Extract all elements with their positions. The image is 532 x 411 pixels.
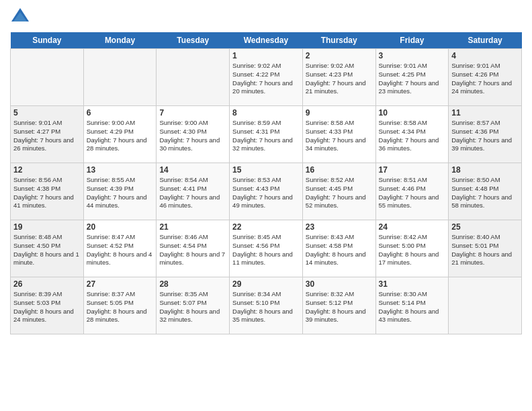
calendar-cell: 8Sunrise: 8:59 AMSunset: 4:31 PMDaylight… xyxy=(230,106,303,163)
calendar-cell: 17Sunrise: 8:51 AMSunset: 4:46 PMDayligh… xyxy=(375,163,449,220)
date-number: 15 xyxy=(232,165,300,175)
date-number: 20 xyxy=(87,222,154,232)
calendar-cell: 3Sunrise: 9:01 AMSunset: 4:25 PMDaylight… xyxy=(375,49,449,106)
date-number: 29 xyxy=(232,279,300,289)
cell-info: Sunrise: 8:43 AMSunset: 4:58 PMDaylight:… xyxy=(306,233,373,267)
cell-info: Sunrise: 9:01 AMSunset: 4:27 PMDaylight:… xyxy=(13,119,81,153)
cell-info: Sunrise: 8:47 AMSunset: 4:52 PMDaylight:… xyxy=(87,233,154,267)
date-number: 7 xyxy=(159,108,226,118)
calendar-cell: 28Sunrise: 8:35 AMSunset: 5:07 PMDayligh… xyxy=(157,277,230,334)
date-number: 23 xyxy=(306,222,373,232)
calendar-cell: 4Sunrise: 9:01 AMSunset: 4:26 PMDaylight… xyxy=(449,49,522,106)
date-number: 17 xyxy=(379,165,446,175)
cell-info: Sunrise: 9:01 AMSunset: 4:25 PMDaylight:… xyxy=(379,62,446,96)
calendar-cell: 20Sunrise: 8:47 AMSunset: 4:52 PMDayligh… xyxy=(83,220,157,277)
cell-info: Sunrise: 9:02 AMSunset: 4:22 PMDaylight:… xyxy=(232,62,300,96)
cell-info: Sunrise: 8:40 AMSunset: 5:01 PMDaylight:… xyxy=(451,233,519,267)
day-header-monday: Monday xyxy=(83,32,157,49)
calendar-cell: 30Sunrise: 8:32 AMSunset: 5:12 PMDayligh… xyxy=(302,277,375,334)
week-row-2: 5Sunrise: 9:01 AMSunset: 4:27 PMDaylight… xyxy=(11,106,522,163)
cell-info: Sunrise: 9:02 AMSunset: 4:23 PMDaylight:… xyxy=(306,62,373,96)
date-number: 4 xyxy=(451,51,519,60)
calendar-cell: 15Sunrise: 8:53 AMSunset: 4:43 PMDayligh… xyxy=(230,163,303,220)
date-number: 28 xyxy=(159,279,226,289)
cell-info: Sunrise: 8:48 AMSunset: 4:50 PMDaylight:… xyxy=(13,233,81,267)
calendar-cell: 31Sunrise: 8:30 AMSunset: 5:14 PMDayligh… xyxy=(375,277,449,334)
week-row-3: 12Sunrise: 8:56 AMSunset: 4:38 PMDayligh… xyxy=(11,163,522,220)
calendar-cell: 7Sunrise: 9:00 AMSunset: 4:30 PMDaylight… xyxy=(157,106,230,163)
calendar-cell: 10Sunrise: 8:58 AMSunset: 4:34 PMDayligh… xyxy=(375,106,449,163)
day-header-sunday: Sunday xyxy=(11,32,84,49)
calendar-table: SundayMondayTuesdayWednesdayThursdayFrid… xyxy=(10,32,522,334)
calendar-cell xyxy=(83,49,157,106)
date-number: 26 xyxy=(13,279,81,289)
date-number: 14 xyxy=(159,165,226,175)
cell-info: Sunrise: 8:51 AMSunset: 4:46 PMDaylight:… xyxy=(379,176,446,210)
date-number: 8 xyxy=(232,108,300,118)
calendar-cell: 23Sunrise: 8:43 AMSunset: 4:58 PMDayligh… xyxy=(302,220,375,277)
cell-info: Sunrise: 8:55 AMSunset: 4:39 PMDaylight:… xyxy=(87,176,154,210)
calendar-cell: 13Sunrise: 8:55 AMSunset: 4:39 PMDayligh… xyxy=(83,163,157,220)
cell-info: Sunrise: 9:00 AMSunset: 4:30 PMDaylight:… xyxy=(159,119,226,153)
date-number: 19 xyxy=(13,222,81,232)
calendar-cell: 11Sunrise: 8:57 AMSunset: 4:36 PMDayligh… xyxy=(449,106,522,163)
cell-info: Sunrise: 8:37 AMSunset: 5:05 PMDaylight:… xyxy=(87,290,154,324)
cell-info: Sunrise: 8:30 AMSunset: 5:14 PMDaylight:… xyxy=(379,290,446,324)
calendar-cell: 29Sunrise: 8:34 AMSunset: 5:10 PMDayligh… xyxy=(230,277,303,334)
week-row-4: 19Sunrise: 8:48 AMSunset: 4:50 PMDayligh… xyxy=(11,220,522,277)
cell-info: Sunrise: 8:54 AMSunset: 4:41 PMDaylight:… xyxy=(159,176,226,210)
day-header-saturday: Saturday xyxy=(449,32,522,49)
date-number: 3 xyxy=(379,51,446,60)
calendar-cell: 27Sunrise: 8:37 AMSunset: 5:05 PMDayligh… xyxy=(83,277,157,334)
date-number: 10 xyxy=(379,108,446,118)
calendar-cell: 16Sunrise: 8:52 AMSunset: 4:45 PMDayligh… xyxy=(302,163,375,220)
calendar-cell xyxy=(449,277,522,334)
date-number: 27 xyxy=(87,279,154,289)
calendar-cell: 19Sunrise: 8:48 AMSunset: 4:50 PMDayligh… xyxy=(11,220,84,277)
calendar-cell: 25Sunrise: 8:40 AMSunset: 5:01 PMDayligh… xyxy=(449,220,522,277)
cell-info: Sunrise: 8:52 AMSunset: 4:45 PMDaylight:… xyxy=(306,176,373,210)
date-number: 16 xyxy=(306,165,373,175)
date-number: 2 xyxy=(306,51,373,60)
cell-info: Sunrise: 8:53 AMSunset: 4:43 PMDaylight:… xyxy=(232,176,300,210)
calendar-cell xyxy=(11,49,84,106)
cell-info: Sunrise: 8:39 AMSunset: 5:03 PMDaylight:… xyxy=(13,290,81,324)
date-number: 22 xyxy=(232,222,300,232)
cell-info: Sunrise: 8:32 AMSunset: 5:12 PMDaylight:… xyxy=(306,290,373,324)
logo-icon xyxy=(10,7,30,27)
calendar-cell: 2Sunrise: 9:02 AMSunset: 4:23 PMDaylight… xyxy=(302,49,375,106)
calendar-cell: 12Sunrise: 8:56 AMSunset: 4:38 PMDayligh… xyxy=(11,163,84,220)
calendar-cell: 9Sunrise: 8:58 AMSunset: 4:33 PMDaylight… xyxy=(302,106,375,163)
cell-info: Sunrise: 8:59 AMSunset: 4:31 PMDaylight:… xyxy=(232,119,300,153)
week-row-1: 1Sunrise: 9:02 AMSunset: 4:22 PMDaylight… xyxy=(11,49,522,106)
calendar-page: SundayMondayTuesdayWednesdayThursdayFrid… xyxy=(0,0,532,411)
cell-info: Sunrise: 8:56 AMSunset: 4:38 PMDaylight:… xyxy=(13,176,81,210)
day-header-thursday: Thursday xyxy=(302,32,375,49)
cell-info: Sunrise: 9:00 AMSunset: 4:29 PMDaylight:… xyxy=(87,119,154,153)
date-number: 1 xyxy=(232,51,300,60)
header xyxy=(10,7,522,27)
date-number: 13 xyxy=(87,165,154,175)
date-number: 30 xyxy=(306,279,373,289)
date-number: 24 xyxy=(379,222,446,232)
date-number: 21 xyxy=(159,222,226,232)
day-header-tuesday: Tuesday xyxy=(157,32,230,49)
cell-info: Sunrise: 8:58 AMSunset: 4:33 PMDaylight:… xyxy=(306,119,373,153)
cell-info: Sunrise: 8:42 AMSunset: 5:00 PMDaylight:… xyxy=(379,233,446,267)
date-number: 12 xyxy=(13,165,81,175)
cell-info: Sunrise: 8:58 AMSunset: 4:34 PMDaylight:… xyxy=(379,119,446,153)
cell-info: Sunrise: 8:46 AMSunset: 4:54 PMDaylight:… xyxy=(159,233,226,267)
day-header-friday: Friday xyxy=(375,32,449,49)
logo xyxy=(10,7,33,27)
date-number: 6 xyxy=(87,108,154,118)
day-header-wednesday: Wednesday xyxy=(230,32,303,49)
calendar-cell: 18Sunrise: 8:50 AMSunset: 4:48 PMDayligh… xyxy=(449,163,522,220)
calendar-cell: 5Sunrise: 9:01 AMSunset: 4:27 PMDaylight… xyxy=(11,106,84,163)
date-number: 5 xyxy=(13,108,81,118)
calendar-cell: 14Sunrise: 8:54 AMSunset: 4:41 PMDayligh… xyxy=(157,163,230,220)
calendar-cell: 22Sunrise: 8:45 AMSunset: 4:56 PMDayligh… xyxy=(230,220,303,277)
cell-info: Sunrise: 8:34 AMSunset: 5:10 PMDaylight:… xyxy=(232,290,300,324)
date-number: 25 xyxy=(451,222,519,232)
calendar-cell: 21Sunrise: 8:46 AMSunset: 4:54 PMDayligh… xyxy=(157,220,230,277)
date-number: 31 xyxy=(379,279,446,289)
